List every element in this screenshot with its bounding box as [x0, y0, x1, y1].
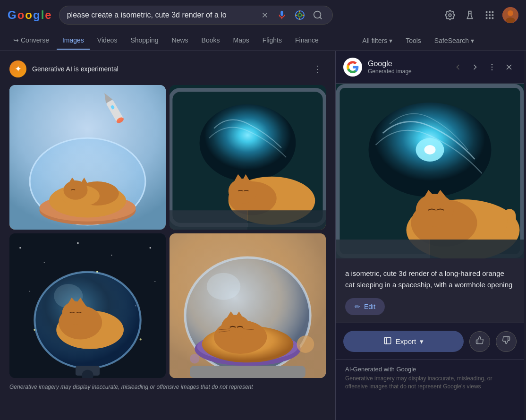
- svg-rect-11: [489, 14, 491, 16]
- close-icon: [261, 11, 269, 19]
- edit-button[interactable]: ✏ Edit: [345, 298, 385, 315]
- image-cat-wormhole[interactable]: [170, 85, 326, 230]
- search-bar: [59, 6, 333, 25]
- header-right: [443, 7, 518, 23]
- nav-item-finance[interactable]: Finance: [289, 32, 324, 50]
- svg-line-4: [320, 17, 322, 19]
- close-icon: [504, 62, 514, 72]
- svg-point-3: [314, 11, 321, 18]
- more-vertical-icon: [487, 62, 497, 72]
- export-label: Export: [396, 337, 416, 345]
- svg-point-5: [449, 14, 451, 17]
- svg-point-82: [492, 67, 493, 68]
- nav-item-shopping[interactable]: Shopping: [125, 32, 164, 50]
- svg-rect-97: [430, 240, 525, 258]
- svg-point-17: [508, 10, 513, 16]
- svg-point-38: [229, 179, 257, 204]
- nav-flights-label: Flights: [263, 36, 282, 44]
- ai-header: ✦ Generative AI is experimental ⋮: [9, 60, 326, 77]
- svg-point-79: [297, 335, 314, 353]
- nav-item-books[interactable]: Books: [196, 32, 226, 50]
- svg-rect-12: [492, 14, 494, 16]
- google-logo[interactable]: Google: [8, 9, 51, 22]
- clear-search-button[interactable]: [259, 11, 271, 19]
- svg-rect-9: [492, 11, 494, 13]
- ai-generated-desc: Generative imagery may display inaccurat…: [345, 375, 515, 391]
- camera-icon: [295, 10, 305, 20]
- grid-icon: [484, 10, 495, 20]
- svg-rect-41: [170, 210, 248, 230]
- nav-videos-label: Videos: [97, 36, 118, 44]
- main-content: ✦ Generative AI is experimental ⋮: [0, 51, 526, 420]
- svg-point-90: [424, 145, 436, 154]
- nav-item-flights[interactable]: Flights: [257, 32, 288, 50]
- svg-rect-13: [486, 17, 488, 19]
- panel-more-button[interactable]: [484, 60, 500, 75]
- nav-item-converse[interactable]: ↪ Converse: [8, 32, 55, 50]
- thumbs-down-button[interactable]: [496, 331, 517, 352]
- safesearch-button[interactable]: SafeSearch ▾: [430, 33, 479, 48]
- safesearch-chevron-icon: ▾: [471, 37, 474, 44]
- voice-search-button[interactable]: [275, 10, 289, 20]
- image-cat-space-helmet[interactable]: [9, 233, 166, 378]
- svg-rect-7: [486, 11, 488, 13]
- all-filters-button[interactable]: All filters ▾: [357, 33, 397, 48]
- svg-point-47: [111, 255, 112, 256]
- gear-icon: [445, 10, 455, 20]
- svg-point-46: [77, 242, 79, 244]
- nav-item-images[interactable]: Images: [57, 32, 90, 50]
- description-text: a isometric, cute 3d render of a long-ha…: [345, 268, 515, 291]
- right-panel: Google Generated image: [335, 51, 524, 420]
- export-area: Export ▾: [336, 323, 524, 360]
- microphone-icon: [277, 10, 287, 20]
- nav-shopping-label: Shopping: [130, 36, 158, 44]
- converse-arrow-icon: ↪: [13, 36, 19, 44]
- panel-close-button[interactable]: [501, 60, 517, 75]
- edit-icon: ✏: [355, 303, 360, 310]
- svg-rect-10: [486, 14, 488, 16]
- thumbs-down-icon: [502, 336, 510, 347]
- search-submit-button[interactable]: [311, 10, 325, 20]
- panel-title-area: Google Generated image: [368, 60, 445, 75]
- sparkle-icon: ✦: [15, 64, 22, 74]
- apps-button[interactable]: [483, 8, 497, 22]
- labs-button[interactable]: [463, 8, 477, 22]
- panel-header: Google Generated image: [336, 51, 524, 84]
- image-cat-rocket[interactable]: [9, 85, 166, 230]
- thumbs-up-button[interactable]: [469, 331, 490, 352]
- panel-prev-button[interactable]: [450, 60, 466, 75]
- nav-item-videos[interactable]: Videos: [92, 32, 123, 50]
- svg-rect-42: [248, 210, 326, 230]
- chevron-right-icon: [470, 62, 480, 72]
- svg-point-50: [154, 281, 155, 282]
- ai-more-button[interactable]: ⋮: [310, 62, 326, 76]
- avatar[interactable]: [502, 7, 518, 23]
- search-input[interactable]: [67, 11, 255, 19]
- svg-rect-78: [190, 366, 305, 378]
- svg-point-44: [19, 247, 21, 249]
- lens-search-button[interactable]: [293, 10, 307, 20]
- svg-point-49: [29, 291, 30, 291]
- tools-label: Tools: [406, 37, 421, 44]
- all-filters-label: All filters: [362, 37, 387, 44]
- image-cat-astronaut-helmet[interactable]: [170, 233, 326, 378]
- safesearch-label: SafeSearch: [434, 37, 469, 44]
- panel-next-button[interactable]: [467, 60, 483, 75]
- ai-icon: ✦: [9, 60, 26, 77]
- flask-icon: [465, 10, 475, 20]
- svg-point-83: [492, 69, 493, 71]
- nav-item-news[interactable]: News: [166, 32, 194, 50]
- export-button[interactable]: Export ▾: [343, 331, 464, 352]
- image-grid: [9, 85, 326, 378]
- footer-disclaimer: Generative imagery may display inaccurat…: [9, 378, 326, 396]
- header: Google: [0, 0, 526, 30]
- export-chevron-icon: ▾: [420, 337, 424, 346]
- tools-button[interactable]: Tools: [401, 33, 426, 48]
- nav-maps-label: Maps: [233, 36, 249, 44]
- panel-title: Google: [368, 60, 445, 68]
- svg-point-59: [62, 301, 89, 325]
- svg-point-67: [207, 273, 240, 300]
- settings-button[interactable]: [443, 8, 457, 22]
- nav-item-maps[interactable]: Maps: [228, 32, 255, 50]
- svg-point-35: [200, 104, 296, 181]
